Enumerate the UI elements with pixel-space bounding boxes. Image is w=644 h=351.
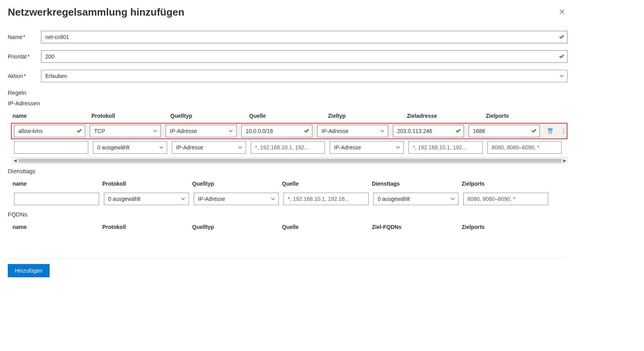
- add-button[interactable]: Hinzufügen: [8, 264, 50, 277]
- rule-source-type-dropdown[interactable]: IP-Adresse: [194, 193, 279, 205]
- trash-icon: [547, 128, 553, 135]
- priority-label: Priorität*: [8, 53, 41, 60]
- chevron-down-icon: [559, 74, 564, 78]
- rule-source-type-dropdown[interactable]: IP-Adresse: [166, 125, 237, 137]
- st-header-name: name: [12, 181, 98, 187]
- chevron-down-icon: [153, 129, 157, 133]
- rule-dest-ports-input[interactable]: [487, 141, 562, 154]
- scroll-right-icon: ▶: [563, 158, 566, 163]
- close-button[interactable]: [557, 7, 567, 18]
- chevron-down-icon: [380, 129, 385, 133]
- chevron-down-icon: [396, 145, 400, 150]
- action-value: Erlauben: [45, 73, 67, 79]
- st-header-source: Quelle: [282, 181, 367, 187]
- name-input[interactable]: [41, 31, 567, 43]
- st-header-protocol: Protokoll: [102, 181, 187, 187]
- rule-dest-addr-input[interactable]: [409, 141, 483, 154]
- rule-dest-type-dropdown[interactable]: IP-Adresse: [330, 141, 404, 154]
- required-indicator: *: [27, 53, 29, 60]
- priority-input[interactable]: [41, 50, 567, 63]
- ip-addresses-label: IP-Adressen: [8, 100, 567, 106]
- scroll-left-icon: ◀: [14, 158, 17, 163]
- rule-protocol-dropdown[interactable]: 0 ausgewählt: [93, 141, 167, 154]
- action-dropdown[interactable]: Erlauben: [41, 70, 567, 82]
- st-header-dest-ports: Zielports: [462, 181, 547, 187]
- ip-header-dest-ports: Zielports: [486, 113, 560, 119]
- st-header-service-tags: Diensttags: [372, 181, 457, 187]
- required-indicator: *: [23, 34, 25, 40]
- chevron-down-icon: [238, 145, 243, 150]
- rule-source-input[interactable]: [241, 125, 312, 137]
- rule-dest-ports-input[interactable]: [463, 193, 548, 205]
- fq-header-name: name: [12, 224, 98, 230]
- ip-header-source-type: Quelltyp: [170, 113, 244, 119]
- ip-header-dest-type: Zieltyp: [328, 113, 402, 119]
- chevron-down-icon: [159, 145, 164, 150]
- required-indicator: *: [24, 73, 26, 79]
- chevron-down-icon: [228, 129, 233, 133]
- rule-name-input[interactable]: [14, 141, 88, 154]
- ip-header-source: Quelle: [249, 113, 323, 119]
- st-header-source-type: Quelltyp: [192, 181, 277, 187]
- fq-header-protocol: Protokoll: [102, 224, 187, 230]
- ip-header-name: name: [12, 113, 87, 119]
- rule-source-input[interactable]: [284, 193, 369, 205]
- action-label: Aktion*: [8, 73, 41, 79]
- ip-header-dest-addr: Zieladresse: [407, 113, 481, 119]
- fq-header-dest-ports: Zielports: [462, 224, 547, 230]
- delete-row-button[interactable]: [546, 126, 555, 136]
- rule-protocol-dropdown[interactable]: 0 ausgewählt: [104, 193, 189, 205]
- rule-service-tags-dropdown[interactable]: 0 ausgewählt: [373, 193, 458, 205]
- rule-protocol-dropdown[interactable]: TCP: [90, 125, 161, 137]
- ip-rule-row-blank: 0 ausgewählt IP-Adresse IP-Adresse: [12, 139, 567, 156]
- chevron-down-icon: [271, 197, 275, 201]
- horizontal-scrollbar[interactable]: ◀ ▶: [12, 157, 567, 164]
- rule-source-type-dropdown[interactable]: IP-Adresse: [172, 141, 246, 154]
- fq-header-dest-fqdns: Ziel-FQDNs: [372, 224, 457, 230]
- name-label: Name*: [8, 34, 41, 40]
- fq-header-source-type: Quelltyp: [192, 224, 277, 230]
- rule-dest-ports-input[interactable]: [469, 125, 540, 137]
- scroll-track: [18, 159, 562, 163]
- fqdns-label: FQDNs: [8, 211, 567, 218]
- st-rule-row-blank: 0 ausgewählt IP-Adresse 0 ausgewählt: [12, 191, 567, 207]
- chevron-down-icon: [181, 197, 186, 201]
- ip-header-protocol: Protokoll: [91, 113, 166, 119]
- chevron-down-icon: [450, 197, 455, 201]
- rules-section-label: Regeln: [8, 89, 567, 96]
- row-overflow-menu[interactable]: ⋮: [560, 128, 566, 135]
- ip-rule-row: TCP IP-Adresse IP-Adresse: [11, 123, 567, 139]
- close-icon: [559, 9, 565, 16]
- fq-header-source: Quelle: [282, 224, 367, 230]
- rule-name-input[interactable]: [14, 193, 99, 205]
- rule-source-input[interactable]: [251, 141, 325, 154]
- rule-dest-type-dropdown[interactable]: IP-Adresse: [317, 125, 388, 137]
- blade-title: Netzwerkregelsammlung hinzufügen: [8, 6, 184, 18]
- rule-name-input[interactable]: [14, 125, 85, 137]
- rule-dest-addr-input[interactable]: [393, 125, 464, 137]
- service-tags-label: Diensttags: [8, 168, 567, 174]
